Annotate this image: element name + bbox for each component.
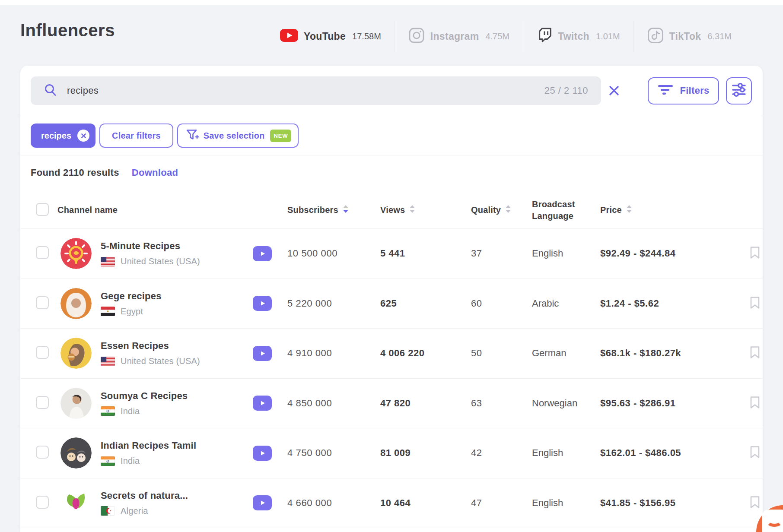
views-value: 47 820	[380, 398, 471, 409]
country-flag-icon	[101, 357, 115, 366]
filters-label: Filters	[680, 85, 709, 96]
price-value: $92.49 - $244.84	[600, 248, 750, 259]
tab-label: Instagram	[430, 31, 479, 42]
search-value: recipes	[67, 85, 544, 96]
column-price[interactable]: Price	[600, 205, 750, 215]
language-value: English	[532, 248, 600, 259]
views-value: 625	[380, 298, 471, 309]
youtube-play-button[interactable]	[253, 495, 272, 510]
filter-chip-recipes[interactable]: recipes	[31, 124, 95, 148]
column-subscribers[interactable]: Subscribers	[287, 205, 380, 215]
tab-label: YouTube	[304, 31, 346, 42]
advanced-settings-button[interactable]	[726, 77, 752, 104]
results-summary-section: Found 2110 results Download	[20, 155, 763, 192]
channel-name[interactable]: Indian Recipes Tamil	[101, 440, 253, 451]
bookmark-icon[interactable]	[750, 246, 760, 261]
youtube-play-button[interactable]	[253, 346, 272, 361]
table-row: Indian Recipes Tamil India 4 750 000 81 …	[20, 428, 763, 478]
main-card: recipes 25 / 2 110 Filters recipes	[20, 66, 763, 532]
channel-name[interactable]: 5-Minute Recipes	[101, 241, 253, 252]
bookmark-icon[interactable]	[750, 496, 760, 510]
chat-bubble-icon	[762, 510, 783, 532]
channel-avatar	[60, 437, 92, 469]
tab-youtube[interactable]: YouTube 17.58M	[280, 22, 395, 51]
youtube-play-button[interactable]	[253, 446, 272, 461]
chip-label: recipes	[41, 131, 71, 141]
sort-icon	[505, 205, 511, 215]
country-flag-icon	[101, 307, 115, 316]
youtube-play-button[interactable]	[253, 246, 272, 261]
country-label: United States (USA)	[121, 256, 200, 266]
table-row: Essen Recipes United States (USA) 4 910 …	[20, 329, 763, 379]
row-checkbox[interactable]	[36, 496, 49, 509]
channel-name[interactable]: Essen Recipes	[101, 340, 253, 352]
language-value: English	[532, 497, 600, 509]
column-label: Views	[380, 205, 405, 215]
channel-avatar	[60, 388, 92, 419]
price-value: $41.85 - $156.95	[600, 497, 750, 509]
bookmark-icon[interactable]	[750, 396, 760, 411]
bookmark-icon[interactable]	[750, 296, 760, 311]
youtube-play-button[interactable]	[253, 396, 272, 411]
filter-bars-icon	[657, 84, 674, 97]
tab-count: 4.75M	[485, 32, 509, 41]
subscribers-value: 10 500 000	[287, 248, 380, 259]
subscribers-value: 4 660 000	[287, 497, 380, 509]
row-checkbox[interactable]	[36, 296, 49, 309]
tab-label: TikTok	[669, 31, 701, 42]
tab-count: 1.01M	[596, 32, 620, 41]
row-checkbox[interactable]	[36, 346, 49, 359]
column-views[interactable]: Views	[380, 205, 471, 215]
search-input[interactable]: recipes 25 / 2 110	[31, 76, 601, 105]
channel-name[interactable]: Soumya C Recipes	[101, 390, 253, 402]
select-all-checkbox[interactable]	[36, 203, 49, 216]
table-row: Soumya C Recipes India 4 850 000 47 820 …	[20, 379, 763, 429]
channel-name[interactable]: Secrets of natura...	[101, 490, 253, 501]
country-flag-icon	[101, 257, 115, 266]
search-counter: 25 / 2 110	[544, 85, 588, 96]
tab-twitch[interactable]: Twitch 1.01M	[523, 20, 633, 52]
row-checkbox[interactable]	[36, 446, 49, 459]
subscribers-value: 4 850 000	[287, 398, 380, 409]
twitch-icon	[537, 27, 552, 45]
column-quality[interactable]: Quality	[471, 205, 532, 215]
channel-name[interactable]: Gege recipes	[101, 291, 253, 302]
table-body: 5-Minute Recipes United States (USA) 10 …	[20, 229, 763, 528]
sort-icon	[409, 205, 415, 215]
sort-icon-subscribers-desc	[343, 205, 349, 215]
quality-value: 60	[471, 298, 532, 309]
price-value: $162.01 - $486.05	[600, 447, 750, 459]
country-label: Algeria	[121, 506, 148, 516]
tab-tiktok[interactable]: TikTok 6.31M	[633, 20, 745, 52]
country-label: United States (USA)	[121, 356, 200, 366]
filters-button[interactable]: Filters	[648, 77, 719, 104]
views-value: 4 006 220	[380, 348, 471, 359]
bookmark-icon[interactable]	[750, 346, 760, 361]
price-value: $68.1k - $180.27k	[600, 348, 750, 359]
tab-count: 17.58M	[352, 32, 381, 41]
tab-instagram[interactable]: Instagram 4.75M	[395, 20, 523, 52]
row-checkbox[interactable]	[36, 246, 49, 259]
quality-value: 37	[471, 248, 532, 259]
views-value: 81 009	[380, 447, 471, 459]
row-checkbox[interactable]	[36, 396, 49, 409]
tiktok-icon	[647, 27, 664, 45]
subscribers-value: 4 910 000	[287, 348, 380, 359]
column-channel-name: Channel name	[57, 205, 287, 215]
page-title: Influencers	[20, 21, 115, 40]
funnel-plus-icon	[186, 129, 199, 143]
save-selection-button[interactable]: Save selection NEW	[177, 124, 299, 148]
remove-chip-icon[interactable]	[77, 130, 89, 142]
download-link[interactable]: Download	[132, 167, 178, 178]
country-flag-icon	[101, 456, 115, 466]
language-value: English	[532, 447, 600, 459]
country-label: India	[121, 406, 140, 416]
results-summary: Found 2110 results	[31, 167, 119, 178]
clear-search-button[interactable]	[605, 81, 624, 100]
clear-filters-button[interactable]: Clear filters	[99, 124, 173, 148]
tab-label: Twitch	[558, 31, 589, 42]
influencers-page: Influencers YouTube 17.58M Instagram 4.7…	[0, 0, 783, 532]
country-label: Egypt	[121, 307, 143, 317]
youtube-play-button[interactable]	[253, 296, 272, 311]
bookmark-icon[interactable]	[750, 446, 760, 460]
